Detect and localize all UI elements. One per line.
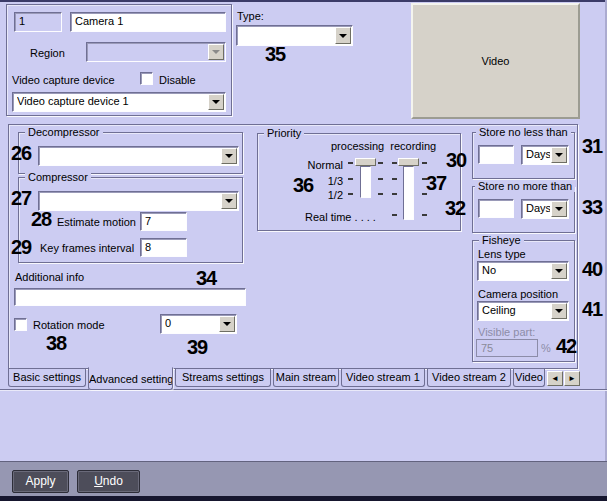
estimate-motion-label: Estimate motion xyxy=(57,216,136,228)
camera-position-select[interactable]: Ceiling xyxy=(477,301,569,321)
visible-part-label: Visible part: xyxy=(478,326,535,338)
tab-streams-settings[interactable]: Streams settings xyxy=(175,369,271,387)
dialog-top-edge xyxy=(0,0,607,2)
chevron-down-icon[interactable] xyxy=(219,316,235,332)
camera-number-field[interactable]: 1 xyxy=(14,12,62,32)
additional-info-label: Additional info xyxy=(15,271,84,283)
chevron-down-icon[interactable] xyxy=(221,193,237,209)
callout-number-36: 36 xyxy=(293,176,313,194)
priority-legend: Priority xyxy=(264,127,304,139)
callout-number-30: 30 xyxy=(446,151,466,169)
compressor-legend: Compressor xyxy=(25,171,91,183)
store-no-more-legend: Store no more than xyxy=(475,180,575,192)
priority-row-real-time: Real time . . . . xyxy=(305,211,376,223)
video-preview: Video xyxy=(411,3,580,119)
decompressor-legend: Decompressor xyxy=(25,126,103,138)
tab-video-stream-1[interactable]: Video stream 1 xyxy=(341,369,425,387)
region-select[interactable] xyxy=(86,42,226,62)
chevron-down-icon[interactable] xyxy=(551,303,567,319)
store-no-less-unit-select[interactable]: Days xyxy=(521,145,569,165)
callout-number-41: 41 xyxy=(582,300,602,318)
camera-position-label: Camera position xyxy=(478,288,558,300)
lens-type-label: Lens type xyxy=(478,248,526,260)
slider-tick xyxy=(378,178,383,180)
store-no-less-unit-value: Days xyxy=(526,148,550,160)
slider-tick xyxy=(348,193,353,195)
callout-number-29: 29 xyxy=(11,238,31,256)
lens-type-value: No xyxy=(482,264,550,276)
video-capture-device-label: Video capture device xyxy=(12,74,115,86)
callout-number-34: 34 xyxy=(196,269,216,287)
rotation-angle-value: 0 xyxy=(165,317,218,329)
store-no-more-field[interactable] xyxy=(478,199,514,218)
estimate-motion-field[interactable]: 7 xyxy=(140,212,187,231)
undo-button[interactable]: Undo xyxy=(77,470,140,493)
tab-video[interactable]: Video xyxy=(513,369,545,387)
lens-type-select[interactable]: No xyxy=(477,261,569,281)
priority-row-one-half: 1/2 xyxy=(318,189,343,201)
slider-tick xyxy=(392,214,397,216)
store-no-more-unit-select[interactable]: Days xyxy=(521,199,569,219)
video-capture-device-select[interactable]: Video capture device 1 xyxy=(12,92,226,112)
region-label: Region xyxy=(30,47,65,59)
settings-tab-bar: Basic settingsAdvanced settingsStreams s… xyxy=(8,369,545,390)
slider-tick xyxy=(392,193,397,195)
tab-advanced-settings[interactable]: Advanced settings xyxy=(88,367,173,390)
slider-tick xyxy=(348,162,353,164)
rotation-mode-label: Rotation mode xyxy=(33,319,105,331)
tab-basic-settings[interactable]: Basic settings xyxy=(8,369,86,387)
store-no-less-legend: Store no less than xyxy=(476,126,571,138)
decompressor-select[interactable] xyxy=(38,146,239,166)
chevron-down-icon[interactable] xyxy=(551,263,567,279)
store-no-less-field[interactable] xyxy=(478,145,514,164)
chevron-down-icon[interactable] xyxy=(551,201,567,217)
chevron-down-icon[interactable] xyxy=(551,147,567,163)
rotation-mode-checkbox[interactable] xyxy=(14,318,27,331)
chevron-down-icon[interactable] xyxy=(221,148,237,164)
tab-strip-highlight xyxy=(0,390,607,391)
camera-position-value: Ceiling xyxy=(482,304,550,316)
compressor-select[interactable] xyxy=(38,191,239,211)
callout-number-42: 42 xyxy=(556,337,576,355)
camera-settings-dialog: { "colors": { "background": "#CCCCF2", "… xyxy=(0,0,607,501)
tab-main-stream[interactable]: Main stream xyxy=(273,369,339,387)
processing-priority-slider-thumb[interactable] xyxy=(355,158,376,166)
tab-scroll-left-button[interactable]: ◄ xyxy=(547,371,563,386)
chevron-down-icon[interactable] xyxy=(335,27,351,44)
slider-tick xyxy=(392,178,397,180)
slider-tick xyxy=(378,193,383,195)
recording-priority-slider-thumb[interactable] xyxy=(398,158,419,166)
callout-number-38: 38 xyxy=(46,334,66,352)
callout-number-28: 28 xyxy=(31,210,51,228)
key-frames-interval-field[interactable]: 8 xyxy=(140,238,187,257)
callout-number-35: 35 xyxy=(265,45,285,63)
processing-priority-slider-track[interactable] xyxy=(360,166,371,198)
callout-number-32: 32 xyxy=(445,199,465,217)
slider-tick xyxy=(348,178,353,180)
rotation-angle-select[interactable]: 0 xyxy=(160,314,237,334)
callout-number-31: 31 xyxy=(582,137,602,155)
slider-tick xyxy=(422,162,427,164)
priority-row-normal: Normal xyxy=(300,159,343,171)
callout-number-37: 37 xyxy=(426,174,446,192)
slider-tick xyxy=(378,162,383,164)
visible-part-field[interactable]: 75 xyxy=(476,339,538,357)
slider-tick xyxy=(422,214,427,216)
tab-video-stream-2[interactable]: Video stream 2 xyxy=(427,369,511,387)
callout-number-27: 27 xyxy=(11,189,31,207)
video-capture-device-value: Video capture device 1 xyxy=(17,95,207,107)
additional-info-field[interactable] xyxy=(14,288,246,306)
type-label: Type: xyxy=(237,10,264,22)
key-frames-interval-label: Key frames interval xyxy=(40,242,134,254)
priority-columns-header: processing recording xyxy=(331,140,436,152)
priority-row-one-third: 1/3 xyxy=(318,175,343,187)
apply-button[interactable]: Apply xyxy=(12,470,69,493)
chevron-down-icon[interactable] xyxy=(208,44,224,60)
recording-priority-slider-track[interactable] xyxy=(403,166,414,220)
chevron-down-icon[interactable] xyxy=(208,94,224,110)
type-select[interactable] xyxy=(236,25,353,46)
tab-scroll-right-button[interactable]: ► xyxy=(564,371,580,386)
disable-checkbox[interactable] xyxy=(140,72,153,85)
visible-part-percent-label: % xyxy=(541,342,551,354)
camera-name-field[interactable]: Camera 1 xyxy=(70,12,226,32)
